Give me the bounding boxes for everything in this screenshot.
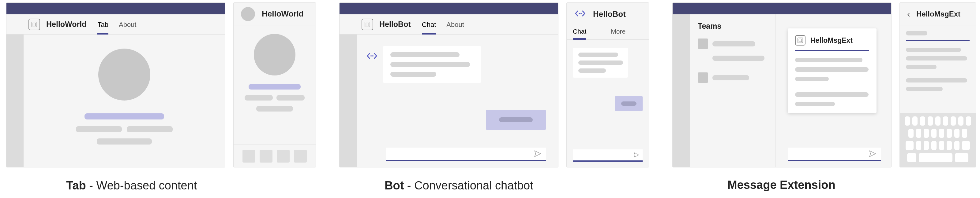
mobile-tab-more[interactable]: More	[611, 25, 625, 40]
channel-content: HelloMsgExt	[775, 14, 891, 167]
caption-bot: Bot - Conversational chatbot	[385, 179, 533, 192]
svg-point-6	[579, 13, 580, 14]
list-item[interactable]	[698, 73, 767, 83]
send-icon[interactable]	[869, 150, 877, 158]
app-name: HelloWorld	[46, 20, 86, 29]
outgoing-message	[615, 96, 643, 111]
app-name: HelloBot	[379, 20, 411, 29]
bot-mobile-window: HelloBot Chat More	[566, 2, 649, 168]
tab-content	[24, 35, 225, 167]
mobile-header: ‹ HelloMsgExt	[900, 3, 976, 25]
mobile-tabs: Chat More	[567, 25, 649, 40]
app-header: HelloBot Chat About	[339, 14, 558, 35]
caption-msgext: Message Extension	[727, 179, 835, 192]
msgext-desktop-window: Teams HelloMsgExt	[672, 2, 891, 168]
back-chevron-icon[interactable]: ‹	[907, 9, 910, 19]
placeholder-avatar	[98, 49, 150, 101]
mobile-chat-content	[567, 40, 649, 167]
nav-item[interactable]	[294, 150, 307, 163]
placeholder-line	[97, 138, 152, 144]
app-icon	[795, 35, 805, 46]
mobile-tab-chat[interactable]: Chat	[573, 25, 586, 40]
svg-rect-0	[32, 22, 37, 27]
list-subitem[interactable]	[713, 55, 764, 61]
tab-desktop-window: HelloWorld Tab About	[6, 2, 225, 168]
svg-rect-3	[366, 23, 369, 26]
card-title: HelloMsgExt	[810, 36, 853, 44]
compose-box[interactable]	[386, 147, 546, 161]
sidebar-title: Teams	[698, 22, 767, 30]
mobile-header: HelloBot	[567, 3, 649, 25]
placeholder-row	[76, 126, 173, 132]
window-titlebar	[6, 3, 225, 14]
mobile-content	[234, 25, 316, 144]
caption-tab: Tab - Web-based content	[66, 179, 197, 192]
outgoing-message	[486, 110, 546, 130]
compose-box[interactable]	[788, 147, 881, 161]
teams-rail	[6, 14, 24, 167]
mobile-header: HelloWorld	[234, 3, 316, 25]
window-titlebar	[673, 3, 891, 14]
msgext-mobile-window: ‹ HelloMsgExt	[899, 2, 976, 168]
mobile-compose-box[interactable]	[573, 149, 643, 162]
bot-avatar-icon	[366, 50, 378, 63]
svg-rect-8	[798, 38, 803, 43]
svg-point-4	[371, 55, 372, 57]
mobile-nav	[234, 144, 316, 167]
incoming-message	[383, 46, 481, 83]
svg-point-7	[581, 13, 582, 14]
card-divider	[795, 50, 869, 51]
nav-item[interactable]	[277, 150, 290, 163]
list-item[interactable]	[698, 38, 767, 49]
placeholder-line	[248, 84, 301, 90]
send-icon[interactable]	[534, 150, 542, 158]
window-titlebar	[339, 3, 558, 14]
tab-about[interactable]: About	[446, 15, 464, 34]
placeholder-line	[84, 113, 164, 119]
tab-tab[interactable]: Tab	[97, 15, 108, 34]
nav-item[interactable]	[259, 150, 272, 163]
svg-rect-1	[33, 23, 35, 26]
teams-rail	[339, 14, 357, 167]
incoming-message	[573, 48, 628, 78]
mobile-title: HelloMsgExt	[916, 10, 960, 18]
app-icon	[29, 19, 40, 30]
chat-content	[357, 35, 558, 167]
app-header: HelloWorld Tab About	[6, 14, 225, 35]
tab-row: Tab About	[97, 14, 136, 34]
mobile-title: HelloWorld	[262, 9, 304, 19]
mobile-keyboard[interactable]	[900, 113, 976, 167]
card-divider	[906, 40, 970, 41]
bot-desktop-window: HelloBot Chat About	[339, 2, 558, 168]
mobile-title: HelloBot	[593, 10, 626, 19]
tab-mobile-window: HelloWorld	[233, 2, 316, 168]
placeholder-avatar	[254, 34, 296, 76]
msgext-card: HelloMsgExt	[788, 29, 877, 113]
app-icon	[361, 19, 373, 30]
svg-point-5	[372, 55, 374, 57]
tab-chat[interactable]: Chat	[422, 15, 436, 34]
teams-rail	[673, 14, 690, 167]
svg-rect-2	[365, 22, 370, 27]
tab-about[interactable]: About	[119, 15, 137, 34]
bot-avatar-icon	[574, 7, 586, 21]
send-icon[interactable]	[633, 152, 640, 158]
teams-sidebar: Teams	[690, 14, 775, 167]
nav-item[interactable]	[242, 150, 255, 163]
svg-rect-9	[799, 39, 802, 41]
user-avatar-icon[interactable]	[241, 7, 255, 21]
